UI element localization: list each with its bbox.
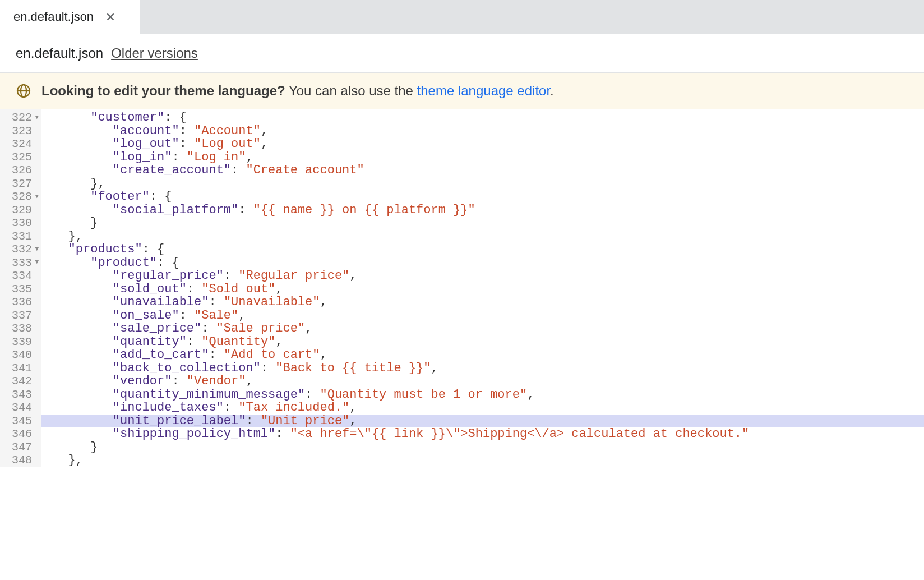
line-number: 342 xyxy=(0,375,41,388)
fold-toggle-icon[interactable]: ▼ xyxy=(33,259,39,266)
tab-active[interactable]: en.default.json xyxy=(0,0,140,34)
code-editor[interactable]: 322▼323324325326327328▼329330331332▼333▼… xyxy=(0,109,924,467)
code-line[interactable]: "regular_price": "Regular price", xyxy=(46,269,924,283)
fold-toggle-icon[interactable]: ▼ xyxy=(33,114,39,121)
code-line[interactable]: "products": { xyxy=(46,243,924,256)
code-line[interactable]: }, xyxy=(46,454,924,467)
line-number: 343 xyxy=(0,388,41,402)
code-line[interactable]: "sold_out": "Sold out", xyxy=(46,283,924,296)
line-number: 335 xyxy=(0,283,41,296)
line-number: 346 xyxy=(0,427,41,441)
notice-text: Looking to edit your theme language? You… xyxy=(41,83,554,99)
code-line[interactable]: "social_platform": "{{ name }} on {{ pla… xyxy=(46,204,924,217)
line-number: 348 xyxy=(0,454,41,467)
line-number: 338 xyxy=(0,322,41,335)
line-number: 341 xyxy=(0,362,41,375)
line-number: 325 xyxy=(0,151,41,164)
code-line[interactable]: "quantity": "Quantity", xyxy=(46,335,924,349)
code-line[interactable]: "customer": { xyxy=(46,111,924,125)
line-number: 329 xyxy=(0,204,41,217)
notice-strong: Looking to edit your theme language? xyxy=(41,83,285,98)
close-icon[interactable] xyxy=(104,10,117,24)
line-number: 336 xyxy=(0,296,41,309)
line-number: 323 xyxy=(0,125,41,138)
line-number: 326 xyxy=(0,164,41,177)
code-line[interactable]: "footer": { xyxy=(46,190,924,204)
line-number: 324 xyxy=(0,137,41,151)
line-number: 331 xyxy=(0,230,41,243)
line-number: 327 xyxy=(0,177,41,191)
line-number: 328▼ xyxy=(0,190,41,204)
fold-toggle-icon[interactable]: ▼ xyxy=(33,246,39,253)
line-number: 322▼ xyxy=(0,111,41,125)
line-number: 334 xyxy=(0,269,41,283)
code-line[interactable]: "shipping_policy_html": "<a href=\"{{ li… xyxy=(46,427,924,441)
theme-language-editor-link[interactable]: theme language editor xyxy=(417,83,551,98)
line-number: 333▼ xyxy=(0,256,41,270)
line-number: 332▼ xyxy=(0,243,41,256)
code-area[interactable]: "customer": { "account": "Account", "log… xyxy=(41,109,924,467)
line-number: 344 xyxy=(0,401,41,415)
notice-rest: You can also use the xyxy=(285,83,417,98)
code-line[interactable]: "vendor": "Vendor", xyxy=(46,375,924,388)
notice-period: . xyxy=(550,83,554,98)
fold-toggle-icon[interactable]: ▼ xyxy=(33,194,39,200)
line-number: 347 xyxy=(0,441,41,454)
code-line[interactable]: "product": { xyxy=(46,256,924,270)
globe-icon xyxy=(16,83,31,99)
line-number: 340 xyxy=(0,348,41,362)
code-line[interactable]: "unavailable": "Unavailable", xyxy=(46,296,924,309)
code-line[interactable]: } xyxy=(46,441,924,454)
tab-bar: en.default.json xyxy=(0,0,924,34)
code-line[interactable]: "back_to_collection": "Back to {{ title … xyxy=(46,362,924,375)
line-number: 339 xyxy=(0,335,41,349)
code-line[interactable]: "log_out": "Log out", xyxy=(46,137,924,151)
code-line[interactable]: "on_sale": "Sale", xyxy=(46,309,924,323)
code-line[interactable]: } xyxy=(46,217,924,230)
code-line[interactable]: "unit_price_label": "Unit price", xyxy=(41,415,924,428)
code-line[interactable]: }, xyxy=(46,177,924,191)
line-number: 345 xyxy=(0,415,41,428)
file-title: en.default.json xyxy=(16,45,103,61)
older-versions-link[interactable]: Older versions xyxy=(111,45,198,61)
line-number: 337 xyxy=(0,309,41,323)
code-line[interactable]: "sale_price": "Sale price", xyxy=(46,322,924,335)
line-number: 330 xyxy=(0,217,41,230)
code-line[interactable]: "add_to_cart": "Add to cart", xyxy=(46,348,924,362)
code-line[interactable]: "account": "Account", xyxy=(46,125,924,138)
code-line[interactable]: "include_taxes": "Tax included.", xyxy=(46,401,924,415)
notice-banner: Looking to edit your theme language? You… xyxy=(0,73,924,109)
code-line[interactable]: "log_in": "Log in", xyxy=(46,151,924,164)
code-line[interactable]: "quantity_minimum_message": "Quantity mu… xyxy=(46,388,924,402)
gutter: 322▼323324325326327328▼329330331332▼333▼… xyxy=(0,109,41,467)
code-line[interactable]: }, xyxy=(46,230,924,243)
code-line[interactable]: "create_account": "Create account" xyxy=(46,164,924,177)
tab-filename: en.default.json xyxy=(13,10,94,24)
file-header: en.default.json Older versions xyxy=(0,34,924,73)
